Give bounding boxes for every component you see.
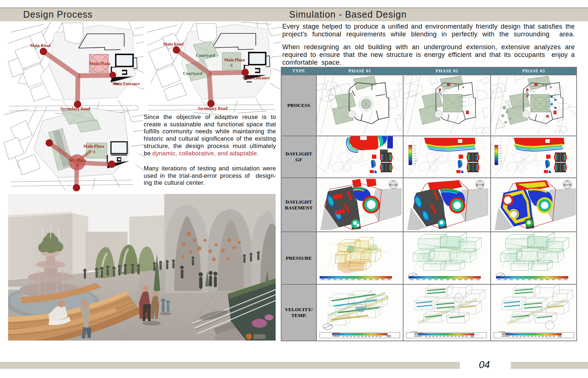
svg-text:Main Plaza: Main Plaza — [90, 61, 110, 66]
svg-text:-1: -1 — [92, 150, 96, 154]
svg-text:0.9: 0.9 — [414, 145, 416, 147]
svg-text:-1: -1 — [75, 163, 79, 168]
svg-text:0.6: 0.6 — [414, 150, 416, 152]
svg-text:Main Entrance: Main Entrance — [243, 76, 270, 80]
svg-text:0.0: 0.0 — [500, 163, 502, 165]
svg-text:-1: -1 — [229, 63, 233, 68]
svg-text:0.45: 0.45 — [414, 153, 416, 154]
svg-text:Main Entrance: Main Entrance — [112, 82, 140, 86]
svg-text:Main Plaza: Main Plaza — [83, 144, 104, 148]
svg-text:Secondary Road: Secondary Road — [198, 106, 227, 111]
svg-text:0.75: 0.75 — [500, 148, 502, 149]
svg-text:Sec. Plaza: Sec. Plaza — [68, 158, 86, 162]
svg-text:0.05: 0.05 — [414, 161, 416, 162]
svg-text:Main Plaza: Main Plaza — [224, 58, 245, 62]
svg-text:0.15: 0.15 — [500, 158, 502, 159]
svg-text:0.45: 0.45 — [500, 153, 502, 154]
svg-text:Main Road: Main Road — [30, 43, 51, 48]
svg-text:0.0: 0.0 — [414, 163, 416, 165]
svg-text:0.75: 0.75 — [414, 148, 416, 149]
svg-text:0.3: 0.3 — [500, 155, 502, 157]
svg-text:Secondary Road: Secondary Road — [61, 107, 90, 111]
svg-text:Courtyard: Courtyard — [183, 71, 202, 76]
svg-text:0.9: 0.9 — [500, 145, 502, 147]
svg-text:0.05: 0.05 — [500, 161, 502, 162]
svg-text:0.15: 0.15 — [414, 158, 416, 159]
svg-text:Main Road: Main Road — [163, 42, 184, 46]
svg-text:0.3: 0.3 — [414, 155, 416, 157]
svg-text:0.6: 0.6 — [500, 150, 502, 152]
svg-text:Courtyard: Courtyard — [196, 53, 215, 58]
